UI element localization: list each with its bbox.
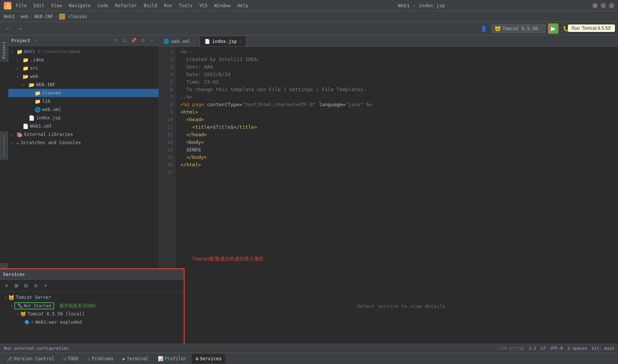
breadcrumb-web1[interactable]: Web1 xyxy=(4,14,15,19)
tab-problems[interactable]: ⚠ Problems xyxy=(84,354,117,364)
tree-item-ext-libs[interactable]: ▸ 📚 External Libraries xyxy=(8,130,159,139)
line-ending[interactable]: LF xyxy=(541,346,546,351)
search-everywhere-button[interactable]: 👤 xyxy=(478,23,489,34)
tree-item-idea[interactable]: ▸ 📁 .idea xyxy=(8,56,159,64)
tab-todo[interactable]: ☑ TODO xyxy=(60,354,82,364)
minimize-button[interactable]: — xyxy=(592,3,598,8)
tree-item-web[interactable]: ▾ 📂 web xyxy=(8,72,159,81)
todo-icon: ☑ xyxy=(63,356,66,361)
tab-profiler[interactable]: 📊 Profiler xyxy=(154,354,191,364)
tree-item-webxml[interactable]: 🌐 web.xml xyxy=(8,105,159,114)
webinf-folder-icon: 📂 xyxy=(29,82,35,88)
code-line-16: </html> xyxy=(180,161,613,169)
maximize-button[interactable] xyxy=(601,3,606,8)
tree-item-web1iml[interactable]: 📄 Web1.iml xyxy=(8,122,159,130)
menu-edit[interactable]: Edit xyxy=(31,2,47,9)
line-num-10: 10 xyxy=(162,116,173,123)
menu-build[interactable]: Build xyxy=(141,2,159,9)
menu-refactor[interactable]: Refactor xyxy=(113,2,139,9)
iml-icon: 📄 xyxy=(23,123,29,129)
menu-tools[interactable]: Tools xyxy=(177,2,195,9)
forward-button[interactable]: → xyxy=(15,23,26,34)
collapse-all-button[interactable]: ⊟ xyxy=(121,37,128,44)
tree-arrow-scratches: ▸ xyxy=(11,141,15,145)
tab-webxml[interactable]: 🌐 web.xml × xyxy=(159,37,200,46)
line-num-9: 9 xyxy=(162,108,173,116)
line-num-4: 4 xyxy=(162,71,173,78)
tree-item-src[interactable]: ▸ 📁 src xyxy=(8,64,159,72)
tree-item-webinf[interactable]: ▾ 📂 WEB-INF xyxy=(8,81,159,89)
sync-button[interactable]: ⟳ xyxy=(112,37,119,44)
menu-file[interactable]: File xyxy=(14,2,29,9)
tree-label-webinf: WEB-INF xyxy=(36,82,55,87)
svc-tomcat-arrow: ▾ xyxy=(5,295,7,300)
tree-item-classes[interactable]: 📁 classes xyxy=(8,89,159,97)
svc-tomcat-server-item[interactable]: ▾ 🐱 Tomcat Server xyxy=(3,293,181,302)
menu-help[interactable]: Help xyxy=(235,2,250,9)
settings-panel-button[interactable]: ⚙ xyxy=(139,37,146,44)
select-service-text: Select service to view details xyxy=(357,303,446,309)
svc-group-by[interactable]: ⊞ xyxy=(12,282,20,290)
editor-tabs: 🌐 web.xml × 📄 index.jsp × xyxy=(159,35,618,47)
line-num-16: 16 xyxy=(162,161,173,169)
encoding[interactable]: UTF-8 xyxy=(550,346,563,351)
run-button[interactable]: ▶ xyxy=(548,23,558,34)
tree-item-scratches[interactable]: ▸ ✏ Scratches and Consoles xyxy=(8,139,159,147)
svc-tomcat-icon: 🐱 xyxy=(8,295,14,300)
menu-vcs[interactable]: VCS xyxy=(197,2,210,9)
project-side-tab[interactable]: Project xyxy=(1,38,7,62)
svc-run-config[interactable]: ⊙ xyxy=(32,282,40,290)
tree-arrow-web1: ▾ xyxy=(11,50,15,54)
title-bar-right: — xyxy=(592,3,614,8)
code-line-11: <title>$Title$</title> xyxy=(180,123,613,131)
svc-war-item[interactable]: 🔷 ⊘ Web1:war exploded xyxy=(3,318,181,326)
indent[interactable]: 2 spaces xyxy=(567,346,587,351)
close-panel-button[interactable]: × xyxy=(148,37,156,44)
code-line-14: $END$ xyxy=(180,146,613,154)
tree-label-idea: .idea xyxy=(30,57,44,62)
menu-window[interactable]: Window xyxy=(212,2,233,9)
svc-filter[interactable]: ⊟ xyxy=(22,282,30,290)
svc-tomcat-local-item[interactable]: ▾ 🐱 Tomcat 8.5.50 [local] xyxy=(3,310,181,318)
tab-version-control[interactable]: ⎇ Version Control xyxy=(3,354,58,364)
tab-indexjsp-close[interactable]: × xyxy=(239,40,241,44)
menu-navigate[interactable]: Navigate xyxy=(67,2,93,9)
tree-item-indexjsp[interactable]: 📄 index.jsp xyxy=(8,114,159,122)
title-bar: J File Edit View Navigate Code Refactor … xyxy=(0,0,618,11)
cursor-pos: 1:1 xyxy=(529,346,536,351)
tab-terminal[interactable]: ▶ Terminal xyxy=(119,354,153,364)
pin-button[interactable]: 📌 xyxy=(130,37,137,44)
csdn-link[interactable]: CSDN @竹户鼬 xyxy=(497,346,524,351)
project-panel-header-left: Project ▾ xyxy=(11,38,37,43)
menu-view[interactable]: View xyxy=(49,2,64,9)
classes-folder-icon: 📁 xyxy=(35,90,41,96)
toolbar-left: ← → xyxy=(3,23,26,34)
menu-run[interactable]: Run xyxy=(162,2,174,9)
tab-webxml-close[interactable]: × xyxy=(193,40,195,44)
tab-indexjsp[interactable]: 📄 index.jsp × xyxy=(200,37,246,46)
tree-label-web: web xyxy=(30,74,38,79)
structure-tab[interactable]: Structure xyxy=(0,132,8,160)
code-line-7: --%> xyxy=(180,93,613,101)
tab-services[interactable]: ⚙ Services xyxy=(192,354,225,364)
tree-item-web1[interactable]: ▾ 📁 Web1 D:\Idea\Test\Web1 xyxy=(8,47,159,56)
breadcrumb: Web1 › web › WEB-INF › classes xyxy=(0,11,618,22)
tree-label-src: src xyxy=(30,65,38,71)
tomcat-selector[interactable]: 🐱 Tomcat 8.5.50 ▾ xyxy=(491,24,545,33)
code-line-13: <body> xyxy=(180,139,613,146)
back-button[interactable]: ← xyxy=(3,23,14,34)
close-button[interactable] xyxy=(609,3,614,8)
panel-subtitle: ▾ xyxy=(34,38,37,43)
breadcrumb-web[interactable]: web xyxy=(20,14,29,19)
menu-code[interactable]: Code xyxy=(95,2,111,9)
tree-label-web1: Web1 xyxy=(24,49,35,54)
tree-arrow-idea: ▸ xyxy=(17,58,21,62)
svc-collapse-all[interactable]: ≡ xyxy=(2,282,11,290)
breadcrumb-webinf[interactable]: WEB-INF xyxy=(34,14,53,19)
svc-add[interactable]: + xyxy=(41,282,50,290)
breadcrumb-classes[interactable]: classes xyxy=(68,14,87,19)
line-num-3: 3 xyxy=(162,63,173,71)
line-num-13: 13 xyxy=(162,139,173,146)
tree-item-lib[interactable]: 📁 lib xyxy=(8,97,159,105)
svc-not-started-item[interactable]: ▾ 🔧 Not Started 最开始是未启动的 xyxy=(3,302,181,310)
